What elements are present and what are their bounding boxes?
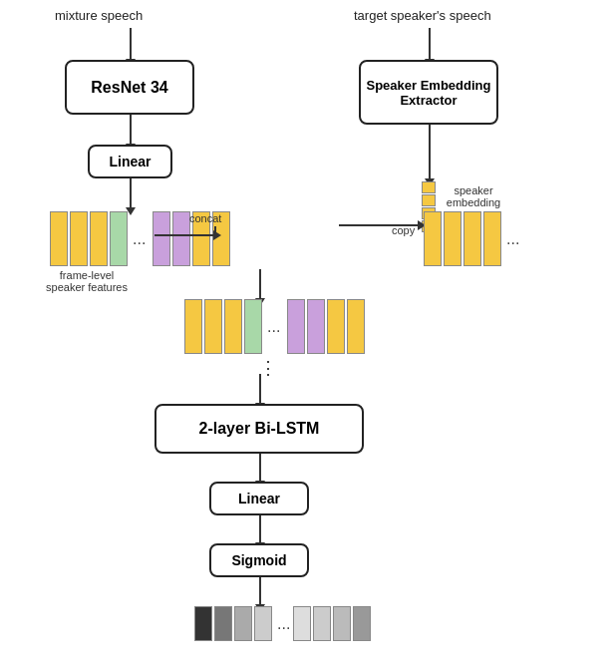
arrow-copy: [339, 224, 419, 226]
sigmoid-box: Sigmoid: [209, 543, 309, 577]
arrow-concat-left: [154, 234, 214, 236]
arrow-resnet-linear: [130, 115, 132, 145]
output-feature-group: ...: [194, 606, 373, 641]
arrow-sigmoid-output: [259, 577, 261, 605]
linear1-box: Linear: [88, 145, 172, 178]
concat-label: concat: [189, 212, 221, 224]
arrow-extractor-embed: [429, 125, 431, 179]
arrow-input-extractor: [429, 28, 431, 60]
arrow-input-resnet: [130, 28, 132, 60]
resnet-box: ResNet 34: [65, 60, 194, 115]
concat-vert-line: [214, 226, 216, 234]
arrow-down-to-row2: [259, 269, 261, 299]
speaker-embedding-label: speaker embedding: [439, 184, 508, 208]
arrow-linear-features: [130, 178, 132, 208]
arrow-linear2-sigmoid: [259, 515, 261, 543]
bilstm-box: 2-layer Bi-LSTM: [154, 404, 364, 454]
target-speaker-speech-label: target speaker's speech: [354, 8, 491, 23]
frame-level-label: frame-level speaker features: [42, 269, 132, 293]
right-feature-group: ...: [424, 211, 522, 266]
diagram: mixture speech target speaker's speech R…: [0, 0, 616, 672]
mixture-speech-label: mixture speech: [55, 8, 143, 23]
second-feature-row: ...: [184, 299, 367, 354]
vertical-dots: ⋮: [259, 357, 277, 379]
speaker-embedding-extractor-box: Speaker Embedding Extractor: [359, 60, 498, 125]
extractor-label: Speaker Embedding Extractor: [367, 78, 491, 108]
arrow-bilstm-linear2: [259, 454, 261, 482]
arrow-to-bilstm: [259, 374, 261, 404]
linear2-box: Linear: [209, 482, 309, 515]
